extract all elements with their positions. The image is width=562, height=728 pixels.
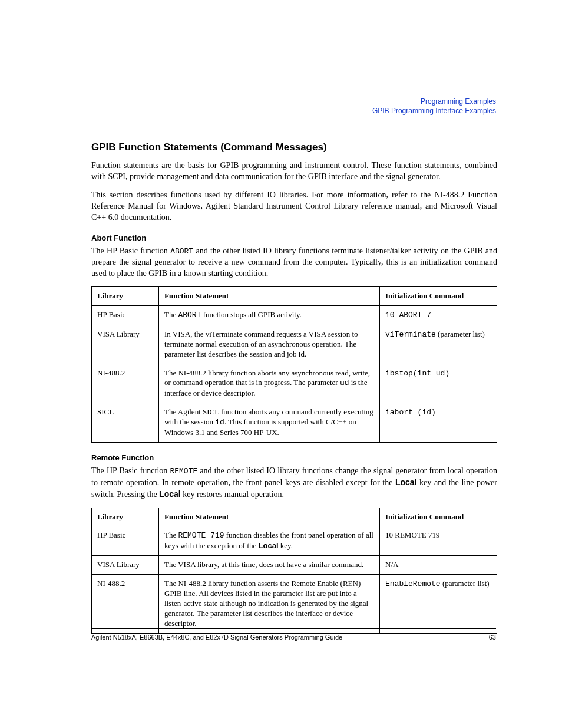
table-header-row: Library Function Statement Initializatio… xyxy=(92,287,497,306)
cell-statement: The NI-488.2 library function aborts any… xyxy=(159,364,380,403)
remote-intro: The HP Basic function REMOTE and the oth… xyxy=(91,466,497,500)
page-footer: Agilent N518xA, E8663B, E44x8C, and E82x… xyxy=(91,628,496,641)
remote-heading: Remote Function xyxy=(91,453,497,462)
col-function-statement: Function Statement xyxy=(159,508,380,526)
table-row: VISA Library In VISA, the viTerminate co… xyxy=(92,325,497,364)
cell-init: 10 ABORT 7 xyxy=(380,306,497,325)
cell-statement: The REMOTE 719 function disables the fro… xyxy=(159,526,380,556)
cell-library: NI-488.2 xyxy=(92,364,159,403)
table-row: NI-488.2 The NI-488.2 library function a… xyxy=(92,364,497,403)
header-line-1: Programming Examples xyxy=(372,97,496,107)
cell-statement: In VISA, the viTerminate command request… xyxy=(159,325,380,364)
cell-init: EnableRemote (parameter list) xyxy=(380,575,497,633)
cell-init: ibstop(int ud) xyxy=(380,364,497,403)
running-header: Programming Examples GPIB Programming In… xyxy=(372,97,496,116)
table-row: NI-488.2 The NI-488.2 library function a… xyxy=(92,575,497,633)
footer-title: Agilent N518xA, E8663B, E44x8C, and E82x… xyxy=(91,634,342,641)
cell-library: HP Basic xyxy=(92,526,159,556)
cell-statement: The ABORT function stops all GPIB activi… xyxy=(159,306,380,325)
cell-init: 10 REMOTE 719 xyxy=(380,526,497,556)
col-library: Library xyxy=(92,508,159,526)
abort-intro-code: ABORT xyxy=(170,247,193,256)
remote-table: Library Function Statement Initializatio… xyxy=(91,508,497,634)
col-init-command: Initialization Command xyxy=(380,287,497,306)
cell-init: viTerminate (parameter list) xyxy=(380,325,497,364)
cell-library: VISA Library xyxy=(92,556,159,575)
page: Programming Examples GPIB Programming In… xyxy=(0,0,562,728)
cell-statement: The NI-488.2 library function asserts th… xyxy=(159,575,380,633)
intro-paragraph-2: This section describes functions used by… xyxy=(91,190,497,223)
table-header-row: Library Function Statement Initializatio… xyxy=(92,508,497,526)
page-number: 63 xyxy=(489,634,496,641)
abort-intro-pre: The HP Basic function xyxy=(91,246,170,255)
header-line-2: GPIB Programming Interface Examples xyxy=(372,107,496,116)
col-function-statement: Function Statement xyxy=(159,287,380,306)
section-title: GPIB Function Statements (Command Messag… xyxy=(91,141,497,153)
intro-paragraph-1: Function statements are the basis for GP… xyxy=(91,160,497,183)
cell-init: iabort (id) xyxy=(380,403,497,443)
abort-table: Library Function Statement Initializatio… xyxy=(91,286,497,443)
table-row: SICL The Agilent SICL function aborts an… xyxy=(92,403,497,443)
cell-statement: The VISA library, at this time, does not… xyxy=(159,556,380,575)
cell-library: HP Basic xyxy=(92,306,159,325)
table-row: HP Basic The ABORT function stops all GP… xyxy=(92,306,497,325)
table-row: HP Basic The REMOTE 719 function disable… xyxy=(92,526,497,556)
col-library: Library xyxy=(92,287,159,306)
cell-library: NI-488.2 xyxy=(92,575,159,633)
cell-statement: The Agilent SICL function aborts any com… xyxy=(159,403,380,443)
table-row: VISA Library The VISA library, at this t… xyxy=(92,556,497,575)
abort-intro: The HP Basic function ABORT and the othe… xyxy=(91,246,497,279)
cell-library: VISA Library xyxy=(92,325,159,364)
cell-init: N/A xyxy=(380,556,497,575)
col-init-command: Initialization Command xyxy=(380,508,497,526)
cell-library: SICL xyxy=(92,403,159,443)
abort-heading: Abort Function xyxy=(91,233,497,242)
